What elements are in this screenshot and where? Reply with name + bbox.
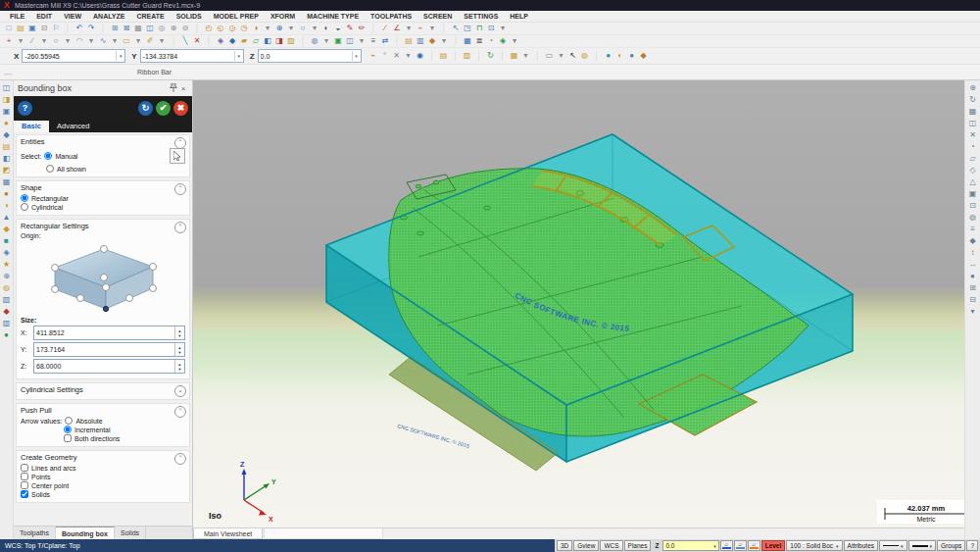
toolbar-icon[interactable]: ▾ [85, 35, 97, 47]
toolbar-icon[interactable]: ∿ [97, 35, 109, 47]
center-point-checkbox[interactable] [21, 481, 28, 489]
statusbar-button[interactable]: 3D [557, 540, 572, 551]
menu-item[interactable]: SETTINGS [458, 13, 504, 20]
toolbar-icon[interactable]: │ [168, 35, 179, 47]
toolbar-icon[interactable]: ⊖ [179, 23, 191, 34]
toolbar-icon[interactable]: ◶ [226, 23, 238, 34]
toolbar-icon[interactable]: ▾ [285, 23, 297, 34]
menu-item[interactable]: FILE [4, 13, 30, 20]
toolbar-icon[interactable]: △ [969, 177, 975, 186]
tab-main-viewsheet[interactable]: Main Viewsheet [193, 528, 263, 539]
toolbar-icon[interactable]: ▾ [62, 35, 74, 47]
toolbar-icon[interactable]: ◆ [3, 225, 9, 233]
toolbar-icon[interactable]: ◳ [462, 23, 473, 34]
collapse-icon[interactable]: ⌃ [174, 406, 186, 418]
x-coord-input[interactable] [23, 53, 116, 60]
toolbar-icon[interactable]: ● [970, 272, 975, 280]
toolbar-icon[interactable]: ▭ [544, 50, 556, 62]
both-directions-checkbox[interactable] [64, 434, 72, 442]
toolbar-icon[interactable]: ✎ [344, 23, 356, 34]
color-swatch-button[interactable]: ▱ [720, 540, 733, 551]
toolbar-icon[interactable]: ▾ [497, 23, 509, 34]
toolbar-icon[interactable]: ▾ [262, 23, 273, 34]
menu-item[interactable]: XFORM [265, 13, 301, 20]
y-coord-input[interactable] [141, 53, 234, 60]
menu-item[interactable]: ANALYZE [87, 13, 130, 20]
toolbar-icon[interactable]: ▦ [132, 23, 144, 34]
toolbar-icon[interactable]: ◧ [3, 154, 11, 163]
toolbar-icon[interactable]: ◴ [203, 23, 215, 34]
toolbar-icon[interactable]: ⊞ [969, 283, 976, 292]
toolbar-icon[interactable]: ▣ [969, 189, 977, 198]
toolbar-icon[interactable]: ▧ [3, 295, 11, 304]
size-x-stepper[interactable]: ▴▾ [174, 326, 184, 339]
toolbar-icon[interactable]: ★ [3, 260, 10, 269]
toolbar-icon[interactable]: ◆ [3, 130, 9, 139]
toolbar-icon[interactable]: ∕ [379, 23, 391, 34]
toolbar-icon[interactable]: ◆ [426, 35, 438, 47]
toolbar-icon[interactable]: ≣ [473, 35, 485, 47]
toolbar-icon[interactable]: ⊠ [121, 23, 132, 34]
toolbar-icon[interactable]: ⊞ [109, 23, 121, 34]
pin-icon[interactable] [169, 83, 178, 94]
color-swatch-button[interactable]: ▱ [748, 540, 760, 551]
toolbar-icon[interactable]: ▥ [415, 35, 426, 47]
tab-toolpaths[interactable]: Toolpaths [14, 527, 56, 539]
menu-item[interactable]: HELP [504, 13, 534, 20]
toolbar-icon[interactable]: ● [603, 50, 614, 62]
toolbar-icon[interactable]: ● [4, 189, 9, 198]
toolbar-icon[interactable]: ▱ [969, 154, 975, 163]
expand-icon[interactable]: ⌄ [174, 385, 186, 397]
y-coord-dropdown-icon[interactable]: ▾ [234, 51, 243, 61]
statusbar-button[interactable]: Planes [624, 540, 652, 551]
toolbar-icon[interactable]: │ [97, 23, 109, 34]
toolbar-icon[interactable]: ▾ [109, 35, 121, 47]
select-entities-button[interactable] [170, 148, 185, 164]
toolbar-icon[interactable]: ↔ [969, 260, 977, 269]
toolbar-icon[interactable]: │ [450, 35, 462, 47]
toolbar-icon[interactable]: ▾ [403, 23, 415, 34]
toolbar-icon[interactable]: ≡ [368, 35, 379, 47]
toolbar-icon[interactable]: ↕ [971, 248, 975, 257]
toolbar-icon[interactable]: ∠ [391, 23, 403, 34]
collapse-icon[interactable]: ⌃ [174, 453, 186, 465]
color-swatch-button[interactable]: ▱ [734, 540, 747, 551]
toolbar-icon[interactable]: ◩ [3, 166, 11, 175]
toolbar-icon[interactable]: ◎ [156, 23, 168, 34]
toolbar-icon[interactable]: ● [4, 330, 9, 339]
toolbar-icon[interactable]: ▣ [332, 35, 344, 47]
toolbar-icon[interactable]: ⊕ [3, 272, 10, 280]
toolbar-icon[interactable]: ⊟ [969, 295, 976, 304]
toolbar-icon[interactable]: ▾ [309, 23, 320, 34]
absolute-radio[interactable] [65, 417, 73, 425]
toolbar-icon[interactable]: ↶ [74, 23, 85, 34]
toolbar-icon[interactable]: ⊕ [168, 23, 179, 34]
toolbar-icon[interactable]: ▦ [3, 177, 11, 186]
level-select[interactable]: 100 : Solid Boc▾ [786, 540, 842, 551]
toolbar-icon[interactable]: ◫ [344, 35, 356, 47]
toolbar-icon[interactable]: ◆ [638, 50, 650, 62]
toolbar-icon[interactable]: ↖ [450, 23, 462, 34]
ok-button[interactable]: ✔ [156, 101, 171, 116]
toolbar-icon[interactable]: ◈ [215, 35, 226, 47]
toolbar-icon[interactable]: │ [532, 50, 544, 62]
toolbar-icon[interactable]: ▾ [426, 23, 438, 34]
line-style-select[interactable]: ▾ [879, 540, 907, 551]
toolbar-icon[interactable]: │ [203, 35, 215, 47]
toolbar-icon[interactable]: ▾ [556, 50, 567, 62]
toolbar-icon[interactable]: ↻ [969, 95, 976, 104]
tab-solids[interactable]: Solids [115, 527, 146, 539]
ribbon-grip-icon[interactable]: ┅┅ [4, 71, 13, 77]
toolbar-icon[interactable]: ↖ [567, 50, 579, 62]
line-width-select[interactable]: ▾ [908, 540, 937, 551]
toolbar-icon[interactable]: ▾ [156, 35, 168, 47]
toolbar-icon[interactable]: ✕ [191, 35, 203, 47]
toolbar-icon[interactable]: ≡ [970, 225, 975, 233]
toolbar-icon[interactable]: ◈ [3, 248, 9, 257]
toolbar-icon[interactable]: ◆ [969, 236, 975, 245]
toolbar-icon[interactable]: │ [591, 50, 603, 62]
toolbar-icon[interactable]: ◑ [4, 201, 9, 210]
toolbar-icon[interactable]: ▾ [320, 35, 332, 47]
size-y-stepper[interactable]: ▴▾ [174, 343, 184, 356]
menu-item[interactable]: MODEL PREP [208, 13, 265, 20]
